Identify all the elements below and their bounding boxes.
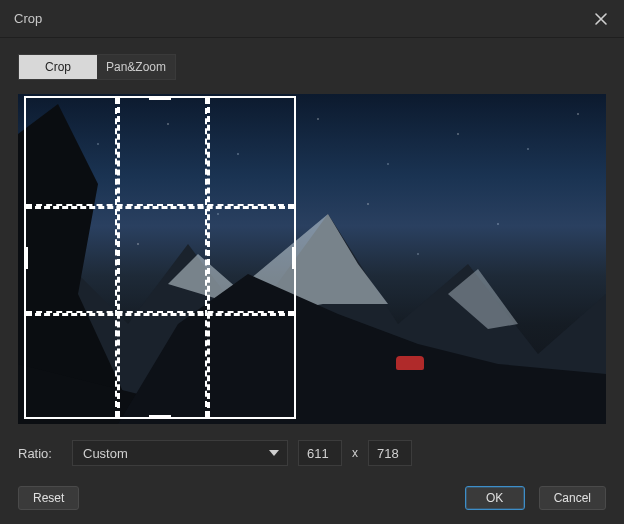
crop-handle-top-right[interactable] (280, 96, 296, 112)
crop-handle-top[interactable] (149, 96, 171, 100)
crop-handle-bottom-right[interactable] (280, 403, 296, 419)
crop-handle-bottom[interactable] (149, 415, 171, 419)
crop-selection[interactable] (24, 96, 296, 419)
crop-handle-top-left[interactable] (24, 96, 40, 112)
tabs: Crop Pan&Zoom (18, 54, 176, 80)
crop-height-field[interactable]: 718 (368, 440, 412, 466)
grid-line (26, 311, 294, 316)
image-preview[interactable] (18, 94, 606, 424)
ratio-controls: Ratio: Custom 611 x 718 (18, 440, 606, 466)
crop-width-value: 611 (307, 446, 329, 461)
content-area: Crop Pan&Zoom (0, 38, 624, 466)
ratio-label: Ratio: (18, 446, 62, 461)
crop-handle-right[interactable] (292, 247, 296, 269)
grid-line (205, 98, 210, 417)
dialog-footer: Reset OK Cancel (0, 478, 624, 524)
crop-handle-left[interactable] (24, 247, 28, 269)
grid-line (26, 204, 294, 209)
tab-panzoom[interactable]: Pan&Zoom (97, 55, 175, 79)
close-icon[interactable] (592, 10, 610, 28)
tab-crop[interactable]: Crop (19, 55, 97, 79)
crop-width-field[interactable]: 611 (298, 440, 342, 466)
ok-button[interactable]: OK (465, 486, 525, 510)
dimension-separator: x (352, 446, 358, 460)
ratio-select[interactable]: Custom (72, 440, 288, 466)
tent-marker (396, 356, 424, 370)
crop-height-value: 718 (377, 446, 399, 461)
reset-button[interactable]: Reset (18, 486, 79, 510)
grid-line (115, 98, 120, 417)
window-title: Crop (14, 11, 42, 26)
cancel-button[interactable]: Cancel (539, 486, 606, 510)
ratio-select-value: Custom (83, 446, 128, 461)
titlebar: Crop (0, 0, 624, 38)
chevron-down-icon (269, 450, 279, 456)
crop-handle-bottom-left[interactable] (24, 403, 40, 419)
